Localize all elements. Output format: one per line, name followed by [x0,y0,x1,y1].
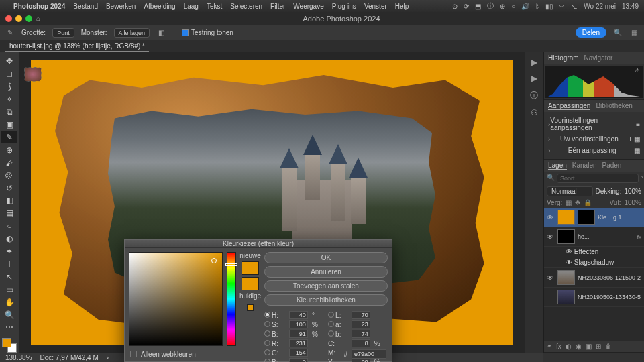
adj-user-row[interactable]: ›Uw voorinstellingen+ ▦ [548,133,640,145]
histogram-tab[interactable]: Histogram [548,54,579,62]
layer-name[interactable]: NH20190502-133430-5 [578,294,641,300]
adjustment-layer-icon[interactable]: ◉ [576,343,582,350]
link-layers-icon[interactable]: ⚭ [547,343,552,350]
menu-bewerken[interactable]: Bewerken [106,3,136,10]
zoom-button[interactable] [25,15,32,22]
libraries-tab[interactable]: Bibliotheken [596,102,632,110]
fill-value[interactable]: 100% [624,199,641,206]
channels-tab[interactable]: Kanalen [572,162,597,170]
b-input[interactable] [352,330,370,338]
filter-icon[interactable]: 🔍 [547,174,555,183]
status-icon[interactable]: ⊕ [500,3,505,10]
menu-bestand[interactable]: Bestand [73,3,98,10]
close-button[interactable] [5,15,12,22]
a-input[interactable] [352,320,370,328]
warning-icon[interactable]: ⚠ [635,67,640,74]
effect-dropshadow[interactable]: 👁 Slagschaduw [544,257,644,268]
color-panel-icon[interactable]: ▶ [531,58,537,67]
bv-input[interactable] [289,330,308,338]
dialog-title[interactable]: Kleurkiezer (effen kleur) [125,240,392,248]
wifi-icon[interactable]: ⌔ [559,3,564,10]
battery-icon[interactable]: ▮▯ [545,3,553,10]
layer-row[interactable]: 👁 NH20230806-121500-2 [544,268,644,288]
eyedropper-tool-icon[interactable]: ✎ [5,28,15,38]
webcolors-checkbox[interactable] [130,351,137,357]
lock-position-icon[interactable]: ✥ [575,199,580,206]
hue-slider[interactable] [227,252,236,346]
websafe-swatch[interactable] [247,304,254,311]
filter-pixel-icon[interactable]: ▫ [641,174,643,183]
layer-fx-icon[interactable]: fx [556,343,561,350]
adj-single-row[interactable]: ›Eén aanpassing▦ [548,145,640,156]
color-swatches[interactable] [2,338,17,353]
path-tool[interactable]: ↖ [1,270,17,283]
share-button[interactable]: Delen [576,27,606,38]
foreground-color[interactable] [2,338,11,347]
chevron-right-icon[interactable]: › [107,354,109,361]
menu-afbeelding[interactable]: Afbeelding [144,3,175,10]
hex-input[interactable] [352,349,386,359]
menu-venster[interactable]: Venster [364,3,387,10]
layer-row[interactable]: 👁 Kle... g 1 [544,208,644,227]
h-radio[interactable] [264,312,270,318]
search-icon[interactable]: 🔍 [613,28,623,38]
h-input[interactable] [289,311,308,319]
menubar-time[interactable]: 13:49 [622,3,639,10]
menu-plugins[interactable]: Plug-ins [332,3,356,10]
b-radio[interactable] [264,330,270,337]
layer-thumb[interactable] [557,290,575,304]
menu-filter[interactable]: Filter [270,3,285,10]
lock-pixels-icon[interactable]: ▦ [566,199,572,206]
l-radio[interactable] [328,312,334,318]
ring-checkbox[interactable] [182,29,189,36]
adj-presets-row[interactable]: ›Voorinstellingen aanpassingen≡ [548,115,640,133]
layer-name[interactable]: he... [578,233,635,240]
bb-radio[interactable] [328,330,334,337]
app-menu[interactable]: Photoshop 2024 [13,3,65,10]
layer-name[interactable]: Kle... g 1 [598,214,641,221]
menu-laag[interactable]: Laag [184,3,199,10]
edit-toolbar[interactable]: ⋯ [1,321,17,334]
adjustments-tab[interactable]: Aanpassingen [548,102,590,110]
status-icon[interactable]: ⬒ [475,3,481,10]
status-icon[interactable]: ⓘ [487,1,494,11]
menu-tekst[interactable]: Tekst [207,3,222,10]
fx-badge[interactable]: fx [637,234,641,240]
add-swatch-button[interactable]: Toevoegen aan stalen [264,280,388,292]
c-input[interactable] [352,339,370,347]
eraser-tool[interactable]: ◧ [1,194,17,207]
status-icon[interactable]: 🔊 [521,3,529,10]
menu-selecteren[interactable]: Selecteren [230,3,262,10]
shape-tool[interactable]: ▭ [1,283,17,296]
people-icon[interactable]: ⚇ [531,108,538,117]
gradient-tool[interactable]: ▤ [1,207,17,220]
hue-cursor[interactable] [225,263,237,266]
bluetooth-icon[interactable]: ᛒ [535,3,539,10]
type-tool[interactable]: T [1,258,17,271]
color-picker-dialog[interactable]: Kleurkiezer (effen kleur) nieuwe huidige… [124,239,392,362]
s-radio[interactable] [264,321,270,327]
opacity-value[interactable]: 100% [624,188,641,195]
visibility-icon[interactable]: 👁 [547,214,555,221]
status-icon[interactable]: ○ [511,3,515,10]
size-select[interactable]: Punt [52,28,74,38]
bl-radio[interactable] [264,359,270,363]
document-tab[interactable]: houten-lijst.jpg @ 138% (het lijstje, RG… [5,41,149,52]
move-tool[interactable]: ✥ [1,55,17,68]
s-input[interactable] [289,320,308,328]
stamp-tool[interactable]: ⛒ [1,169,17,182]
paths-tab[interactable]: Paden [602,162,622,170]
doc-size[interactable]: Doc: 7,97 M/42,4 M [40,354,98,361]
status-icon[interactable]: ⊙ [452,3,458,10]
new-layer-icon[interactable]: ⊞ [596,343,601,350]
visibility-icon[interactable]: 👁 [547,274,555,282]
sample-select[interactable]: Alle lagen [114,28,150,38]
lock-all-icon[interactable]: 🔒 [584,199,592,206]
mask-thumb[interactable] [557,229,575,244]
navigator-tab[interactable]: Navigator [584,54,613,62]
mask-thumb[interactable] [578,210,595,225]
layers-tab[interactable]: Lagen [548,162,567,170]
blur-tool[interactable]: ○ [1,220,17,233]
a-radio[interactable] [328,321,334,327]
blend-mode-select[interactable]: Normaal [547,186,593,196]
